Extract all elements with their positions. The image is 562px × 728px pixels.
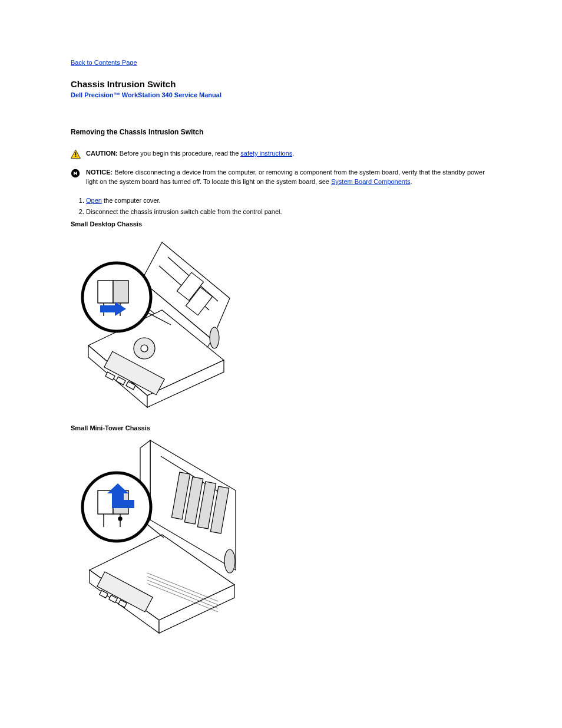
caution-row: CAUTION: Before you begin this procedure… [71, 149, 491, 159]
svg-rect-24 [98, 281, 113, 303]
manual-subtitle: Dell Precision™ WorkStation 340 Service … [71, 91, 491, 98]
caution-text-after: . [292, 150, 294, 157]
figure2-caption: Small Mini-Tower Chassis [71, 424, 491, 431]
notice-icon [71, 169, 81, 178]
notice-row: NOTICE: Before disconnecting a device fr… [71, 168, 491, 187]
svg-point-48 [224, 549, 235, 573]
notice-text-after: . [411, 178, 412, 185]
step-1-after: . [159, 197, 161, 204]
figure1-caption: Small Desktop Chassis [71, 220, 491, 228]
figure2 [71, 437, 491, 638]
svg-rect-25 [113, 281, 128, 303]
steps-list: Open the computer cover. Disconnect the … [86, 196, 491, 217]
svg-point-21 [210, 327, 219, 348]
notice-text-before: Before disconnecting a device from the c… [86, 169, 485, 185]
svg-point-54 [118, 517, 122, 521]
safety-instructions-link[interactable]: safety instructions [240, 150, 292, 157]
step-2: Disconnect the chassis intrusion switch … [86, 207, 491, 217]
back-to-contents-link[interactable]: Back to Contents Page [71, 59, 137, 66]
sysboard-components-link[interactable]: System Board Components [331, 178, 411, 185]
step-1: Open the computer cover. [86, 196, 491, 206]
svg-rect-5 [76, 172, 77, 174]
svg-rect-1 [75, 152, 77, 155]
section-heading: Removing the Chassis Intrusion Switch [71, 128, 491, 136]
svg-rect-2 [75, 156, 77, 157]
svg-rect-51 [98, 490, 113, 514]
step-1-mid: the computer cover [102, 197, 159, 204]
caution-label: CAUTION: [86, 150, 118, 157]
open-cover-link[interactable]: Open [86, 197, 102, 204]
svg-point-16 [141, 345, 148, 352]
caution-text-before: Before you begin this procedure, read th… [120, 150, 240, 157]
notice-label: NOTICE: [86, 169, 113, 176]
page-title: Chassis Intrusion Switch [71, 79, 491, 89]
caution-icon [71, 150, 81, 159]
figure1 [71, 233, 491, 410]
